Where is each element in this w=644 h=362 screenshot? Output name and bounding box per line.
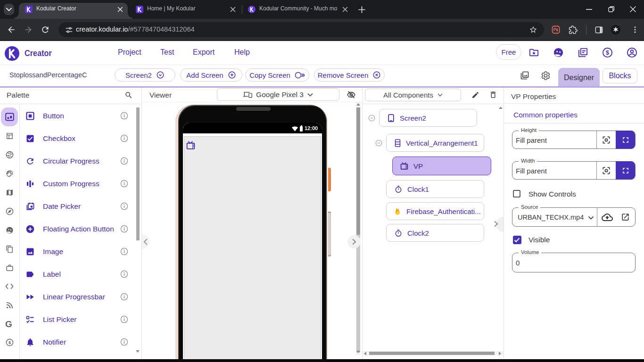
svg-text:$: $ [8,340,11,345]
svg-text:$: $ [606,49,609,56]
